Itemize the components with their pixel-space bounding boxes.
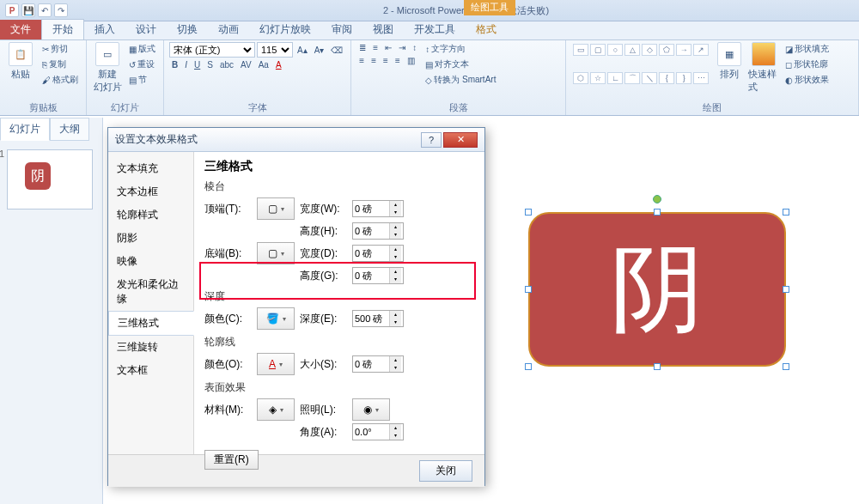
bevel-bottom-width-input[interactable]: ▴▾: [352, 245, 404, 262]
text-direction-button[interactable]: ↕ 文字方向: [423, 42, 498, 56]
font-size-select[interactable]: 115: [257, 42, 293, 58]
angle-input[interactable]: ▴▾: [352, 423, 404, 440]
shrink-font-icon[interactable]: A▾: [312, 45, 327, 56]
outline-tab[interactable]: 大纲: [50, 118, 89, 141]
spacing-button[interactable]: AV: [238, 59, 254, 70]
material-dropdown[interactable]: ◈: [257, 398, 295, 421]
tab-animation[interactable]: 动画: [208, 20, 249, 39]
selected-shape[interactable]: 阴: [528, 212, 786, 367]
justify-button[interactable]: ≡: [393, 55, 403, 66]
redo-icon[interactable]: ↷: [54, 3, 68, 17]
align-left-button[interactable]: ≡: [356, 55, 367, 66]
bevel-top-height-input[interactable]: ▴▾: [352, 222, 404, 240]
nav-text-fill[interactable]: 文本填充: [108, 157, 193, 180]
depth-color-dropdown[interactable]: 🪣: [257, 307, 295, 330]
bevel-bottom-height-input[interactable]: ▴▾: [352, 267, 404, 284]
smartart-button[interactable]: ◇ 转换为 SmartArt: [423, 73, 498, 87]
tab-insert[interactable]: 插入: [84, 20, 125, 39]
reset-button[interactable]: 重置(R): [204, 450, 259, 470]
contour-color-dropdown[interactable]: A: [257, 353, 295, 375]
quick-styles-button[interactable]: 快速样式: [748, 42, 779, 100]
shape-fill-button[interactable]: ◪ 形状填充: [783, 42, 832, 56]
bold-button[interactable]: B: [169, 59, 180, 70]
handle-se[interactable]: [783, 363, 789, 370]
align-text-button[interactable]: ▤ 对齐文本: [423, 58, 498, 71]
nav-text-border[interactable]: 文本边框: [108, 180, 193, 203]
tab-view[interactable]: 视图: [362, 20, 404, 39]
shape-text[interactable]: 阴: [528, 212, 786, 367]
italic-button[interactable]: I: [182, 59, 190, 70]
contour-size-input[interactable]: ▴▾: [352, 355, 404, 373]
undo-icon[interactable]: ↶: [38, 3, 52, 17]
arrange-button[interactable]: ▦排列: [714, 42, 745, 100]
handle-e[interactable]: [783, 286, 789, 293]
new-slide-button[interactable]: ▭新建 幻灯片: [92, 42, 123, 100]
indent-dec-button[interactable]: ⇤: [382, 42, 394, 53]
reset-slide-button[interactable]: ↺ 重设: [126, 58, 158, 71]
font-color-button[interactable]: A: [273, 59, 284, 70]
section-button[interactable]: ▤ 节: [126, 73, 158, 87]
layout-button[interactable]: ▦ 版式: [126, 42, 158, 56]
underline-button[interactable]: U: [192, 59, 203, 70]
depth-value-input[interactable]: ▴▾: [352, 310, 404, 327]
align-center-button[interactable]: ≡: [369, 55, 379, 66]
strike-button[interactable]: S: [204, 59, 216, 70]
tab-slideshow[interactable]: 幻灯片放映: [249, 20, 321, 39]
handle-s[interactable]: [654, 363, 661, 370]
handle-ne[interactable]: [783, 209, 789, 216]
tab-format[interactable]: 格式: [466, 20, 507, 39]
bevel-top-width-input[interactable]: ▴▾: [352, 200, 404, 217]
copy-button[interactable]: ⎘ 复制: [40, 58, 81, 71]
tab-design[interactable]: 设计: [125, 20, 167, 39]
tab-developer[interactable]: 开发工具: [404, 20, 466, 39]
grow-font-icon[interactable]: A▴: [295, 45, 310, 56]
shape-gallery[interactable]: ▭▢○△◇⬠→↗ ⬡☆∟⌒＼{}⋯: [571, 42, 710, 100]
rotate-handle[interactable]: [653, 195, 661, 203]
numbering-button[interactable]: ≡: [370, 42, 381, 53]
tab-home[interactable]: 开始: [41, 19, 84, 39]
dialog-nav: 文本填充 文本边框 轮廓样式 阴影 映像 发光和柔化边缘 三维格式 三维旋转 文…: [108, 152, 194, 454]
save-icon[interactable]: 💾: [21, 3, 35, 17]
slides-tab[interactable]: 幻灯片: [0, 118, 50, 141]
bullets-button[interactable]: ≣: [356, 42, 369, 53]
line-spacing-button[interactable]: ↕: [410, 42, 419, 53]
paste-icon: 📋: [9, 42, 33, 66]
tab-review[interactable]: 审阅: [321, 20, 362, 39]
help-button[interactable]: ?: [421, 132, 442, 148]
nav-3d-format[interactable]: 三维格式: [108, 311, 194, 336]
clear-format-icon[interactable]: ⌫: [328, 45, 345, 56]
bevel-bottom-dropdown[interactable]: ▢: [257, 242, 295, 264]
slide-canvas[interactable]: 阴: [481, 118, 859, 504]
handle-w[interactable]: [525, 286, 532, 293]
nav-3d-rotation[interactable]: 三维旋转: [108, 336, 193, 359]
tab-transition[interactable]: 切换: [167, 20, 208, 39]
slide-thumbnail-1[interactable]: 1 阴: [7, 149, 93, 209]
nav-textbox[interactable]: 文本框: [108, 359, 193, 382]
tab-file[interactable]: 文件: [0, 20, 41, 39]
shadow-button[interactable]: abc: [217, 59, 236, 70]
case-button[interactable]: Aa: [256, 59, 271, 70]
shape-effects-button[interactable]: ◐ 形状效果: [783, 73, 832, 87]
group-font: 宋体 (正文) 115 A▴ A▾ ⌫ B I U S abc AV Aa A …: [164, 40, 351, 115]
format-painter-button[interactable]: 🖌 格式刷: [40, 73, 81, 87]
close-icon[interactable]: ✕: [443, 132, 478, 148]
handle-nw[interactable]: [525, 209, 532, 216]
paste-button[interactable]: 📋粘贴: [5, 42, 36, 100]
handle-sw[interactable]: [525, 363, 532, 370]
align-right-button[interactable]: ≡: [381, 55, 391, 66]
columns-button[interactable]: ▥: [405, 55, 417, 66]
nav-glow[interactable]: 发光和柔化边缘: [108, 273, 193, 311]
nav-reflection[interactable]: 映像: [108, 250, 193, 273]
bevel-top-dropdown[interactable]: ▢: [257, 197, 295, 220]
group-drawing: ▭▢○△◇⬠→↗ ⬡☆∟⌒＼{}⋯ ▦排列 快速样式 ◪ 形状填充 ◻ 形状轮廓…: [566, 40, 859, 115]
lighting-dropdown[interactable]: ◉: [352, 398, 390, 421]
handle-n[interactable]: [654, 209, 661, 216]
cut-button[interactable]: ✂ 剪切: [40, 42, 81, 56]
nav-outline-style[interactable]: 轮廓样式: [108, 203, 193, 227]
quick-access-toolbar: P 💾 ↶ ↷: [0, 3, 73, 17]
shape-outline-button[interactable]: ◻ 形状轮廓: [783, 58, 832, 71]
dialog-titlebar[interactable]: 设置文本效果格式 ? ✕: [108, 128, 484, 152]
nav-shadow[interactable]: 阴影: [108, 227, 193, 250]
font-name-select[interactable]: 宋体 (正文): [169, 42, 255, 58]
indent-inc-button[interactable]: ⇥: [396, 42, 408, 53]
